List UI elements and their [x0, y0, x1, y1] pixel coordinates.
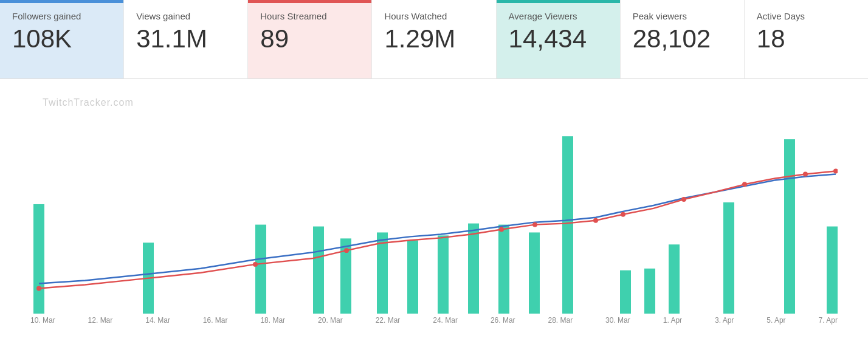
top-bar-hours-streamed: [248, 0, 371, 3]
x-label-7: 24. Mar: [433, 316, 458, 325]
x-label-8: 26. Mar: [491, 316, 515, 325]
hours-streamed-value: 89: [260, 26, 359, 52]
stat-hours-streamed: Hours Streamed 89: [248, 0, 372, 78]
followers-gained-label: Followers gained: [12, 11, 111, 21]
svg-rect-3: [313, 227, 324, 314]
stat-active-days: Active Days 18: [745, 0, 868, 78]
stat-peak-viewers: Peak viewers 28,102: [621, 0, 745, 78]
svg-point-28: [833, 169, 838, 174]
stat-hours-watched: Hours Watched 1.29M: [372, 0, 496, 78]
hours-streamed-label: Hours Streamed: [260, 11, 359, 21]
stat-views-gained: Views gained 31.1M: [124, 0, 248, 78]
active-days-value: 18: [757, 26, 856, 52]
x-label-6: 22. Mar: [376, 316, 401, 325]
x-axis-labels: 10. Mar 12. Mar 14. Mar 16. Mar 18. Mar …: [30, 315, 838, 325]
svg-rect-8: [468, 224, 479, 314]
svg-point-26: [742, 182, 747, 187]
x-label-1: 12. Mar: [88, 316, 113, 325]
x-label-13: 5. Apr: [766, 316, 785, 325]
average-viewers-value: 14,434: [509, 26, 608, 52]
svg-point-23: [593, 218, 598, 223]
svg-rect-7: [438, 235, 449, 314]
x-label-5: 20. Mar: [318, 316, 343, 325]
svg-rect-9: [498, 225, 509, 314]
active-days-label: Active Days: [757, 11, 856, 21]
followers-gained-value: 108K: [12, 26, 111, 52]
views-gained-label: Views gained: [136, 11, 235, 21]
top-bar-followers: [0, 0, 123, 3]
views-gained-value: 31.1M: [136, 26, 235, 52]
x-label-10: 30. Mar: [605, 316, 630, 325]
svg-rect-17: [827, 227, 838, 314]
peak-viewers-value: 28,102: [633, 26, 732, 52]
hours-watched-label: Hours Watched: [384, 11, 483, 21]
x-label-3: 16. Mar: [203, 316, 228, 325]
svg-point-18: [36, 286, 41, 291]
svg-point-20: [344, 248, 349, 253]
svg-rect-2: [255, 225, 266, 314]
x-label-2: 14. Mar: [145, 316, 170, 325]
svg-point-22: [532, 222, 537, 227]
svg-rect-5: [377, 232, 388, 314]
x-label-9: 28. Mar: [548, 316, 573, 325]
svg-rect-11: [562, 136, 573, 314]
chart-area: TwitchTracker.com: [0, 79, 868, 344]
x-label-14: 7. Apr: [819, 316, 838, 325]
stats-bar: Followers gained 108K Views gained 31.1M…: [0, 0, 868, 79]
svg-rect-13: [644, 269, 655, 314]
watermark: TwitchTracker.com: [43, 97, 134, 108]
hours-watched-value: 1.29M: [384, 26, 483, 52]
x-label-11: 1. Apr: [663, 316, 682, 325]
x-label-12: 3. Apr: [715, 316, 734, 325]
svg-point-27: [803, 172, 808, 177]
x-label-4: 18. Mar: [260, 316, 285, 325]
top-bar-average-viewers: [497, 0, 620, 3]
svg-point-19: [253, 262, 258, 267]
svg-rect-14: [669, 244, 680, 314]
chart-svg: [30, 91, 838, 314]
svg-rect-12: [620, 270, 631, 314]
svg-point-21: [499, 227, 504, 232]
peak-viewers-label: Peak viewers: [633, 11, 732, 21]
svg-point-25: [681, 197, 686, 202]
average-viewers-label: Average Viewers: [509, 11, 608, 21]
svg-rect-6: [407, 240, 418, 314]
svg-rect-15: [723, 202, 734, 314]
svg-rect-16: [784, 139, 795, 314]
stat-average-viewers: Average Viewers 14,434: [497, 0, 621, 78]
x-label-0: 10. Mar: [30, 316, 55, 325]
svg-rect-10: [529, 232, 540, 314]
svg-rect-0: [33, 204, 44, 314]
svg-point-24: [621, 212, 625, 217]
stat-followers-gained: Followers gained 108K: [0, 0, 124, 78]
